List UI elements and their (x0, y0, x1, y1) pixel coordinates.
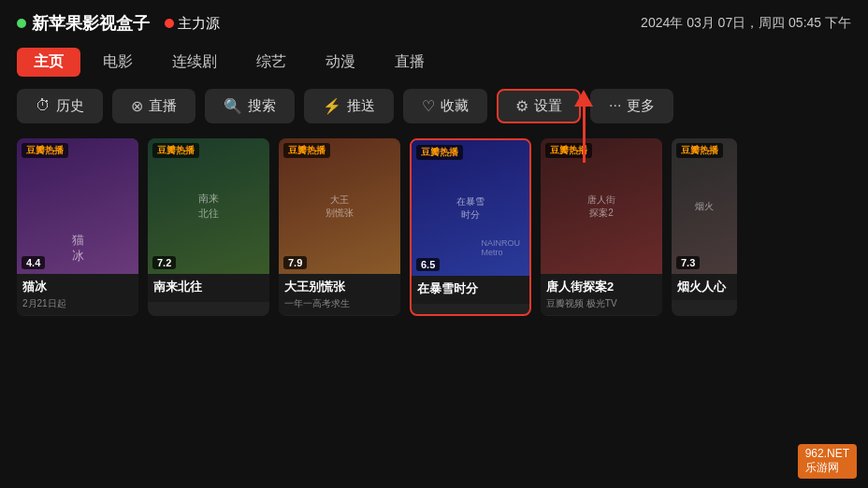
movie-poster-1: 猫冰 豆瓣热播 4.4 (17, 138, 138, 274)
movie-sub-5: 豆瓣视频 极光TV (546, 297, 657, 310)
movie-card-5[interactable]: 唐人街探案2 豆瓣热播 唐人街探案2 豆瓣视频 极光TV (541, 138, 662, 316)
live-icon: ⊗ (131, 97, 143, 115)
quick-actions: ⏱ 历史 ⊗ 直播 🔍 搜索 ⚡ 推送 ♡ 收藏 ⚙ 设置 ··· 更多 (0, 80, 868, 131)
hot-badge-1: 豆瓣热播 (22, 143, 68, 158)
movie-info-2: 南来北往 (148, 274, 269, 302)
rating-badge-1: 4.4 (22, 256, 45, 269)
btn-settings-label: 设置 (534, 97, 562, 115)
movie-poster-4: 在暴雪时分 NAINROUMetro 豆瓣热播 6.5 (412, 140, 529, 276)
movie-info-5: 唐人街探案2 豆瓣视频 极光TV (541, 274, 662, 315)
app-title-text: 新苹果影视盒子 (32, 12, 150, 35)
arrow-line (583, 107, 586, 163)
main-source[interactable]: 主力源 (165, 15, 220, 33)
movie-poster-3: 大王别慌张 豆瓣热播 7.9 (279, 138, 400, 274)
btn-search-label: 搜索 (248, 97, 276, 115)
header-datetime: 2024年 03月 07日，周四 05:45 下午 (641, 15, 851, 32)
status-dot-green (17, 19, 26, 28)
movie-title-2: 南来北往 (153, 279, 264, 295)
btn-live-label: 直播 (149, 97, 177, 115)
movie-info-6: 烟火人心 (672, 274, 737, 300)
movie-title-3: 大王别慌张 (284, 279, 395, 295)
btn-history[interactable]: ⏱ 历史 (17, 89, 103, 123)
btn-history-label: 历史 (56, 97, 84, 115)
movie-info-4: 在暴雪时分 (412, 276, 529, 304)
btn-push[interactable]: ⚡ 推送 (304, 89, 394, 123)
hot-badge-6: 豆瓣热播 (676, 143, 723, 158)
tab-movie[interactable]: 电影 (86, 48, 150, 77)
btn-live[interactable]: ⊗ 直播 (112, 89, 195, 123)
main-source-label: 主力源 (178, 15, 220, 33)
search-icon: 🔍 (224, 97, 242, 115)
arrow-head (574, 90, 593, 107)
poster-art-1: 猫冰 (17, 138, 138, 274)
movie-info-1: 猫冰 2月21日起 (17, 274, 138, 315)
status-dot-red (165, 19, 174, 28)
movie-card-6[interactable]: 烟火 豆瓣热播 7.3 烟火人心 (672, 138, 737, 316)
tab-live[interactable]: 直播 (378, 48, 441, 77)
history-icon: ⏱ (36, 97, 51, 114)
push-icon: ⚡ (323, 97, 341, 115)
rating-badge-2: 7.2 (152, 256, 176, 269)
btn-more-label: 更多 (627, 97, 655, 115)
movie-poster-2: 南来北往 豆瓣热播 7.2 (148, 138, 269, 274)
movie-poster-5: 唐人街探案2 豆瓣热播 (541, 138, 662, 274)
favorites-icon: ♡ (422, 97, 435, 115)
tab-series[interactable]: 连续剧 (155, 48, 234, 77)
app-title: 新苹果影视盒子 (17, 12, 150, 35)
nav-tabs: 主页 电影 连续剧 综艺 动漫 直播 (0, 43, 868, 80)
tab-home[interactable]: 主页 (17, 48, 80, 77)
hot-badge-2: 豆瓣热播 (152, 143, 199, 158)
movie-sub-3: 一年一高考求生 (284, 297, 395, 310)
tab-variety[interactable]: 综艺 (239, 48, 303, 77)
tab-anime[interactable]: 动漫 (309, 48, 372, 77)
btn-settings[interactable]: ⚙ 设置 (497, 89, 581, 123)
btn-search[interactable]: 🔍 搜索 (205, 89, 295, 123)
rating-badge-3: 7.9 (283, 256, 307, 269)
rating-badge-6: 7.3 (676, 256, 700, 269)
settings-icon: ⚙ (515, 97, 528, 115)
movie-card-4[interactable]: 在暴雪时分 NAINROUMetro 豆瓣热播 6.5 在暴雪时分 (410, 138, 531, 316)
movie-sub-1: 2月21日起 (22, 297, 133, 310)
hot-badge-3: 豆瓣热播 (283, 143, 330, 158)
hot-badge-4: 豆瓣热播 (416, 145, 463, 160)
btn-more[interactable]: ··· 更多 (590, 89, 673, 123)
movie-card-3[interactable]: 大王别慌张 豆瓣热播 7.9 大王别慌张 一年一高考求生 (279, 138, 400, 316)
rating-badge-4: 6.5 (416, 258, 440, 271)
movie-info-3: 大王别慌张 一年一高考求生 (279, 274, 400, 315)
movie-title-6: 烟火人心 (677, 279, 731, 295)
btn-favorites-label: 收藏 (441, 97, 469, 115)
btn-push-label: 推送 (347, 97, 375, 115)
movie-title-5: 唐人街探案2 (546, 279, 657, 295)
content-grid: 猫冰 豆瓣热播 4.4 猫冰 2月21日起 南来北往 豆瓣热播 7.2 南来北往 (0, 131, 868, 488)
btn-favorites[interactable]: ♡ 收藏 (403, 89, 487, 123)
watermark: 962.NET乐游网 (798, 444, 857, 479)
movie-poster-6: 烟火 豆瓣热播 7.3 (672, 138, 737, 274)
header-left: 新苹果影视盒子 主力源 (17, 12, 220, 35)
arrow-indicator (574, 90, 593, 163)
header: 新苹果影视盒子 主力源 2024年 03月 07日，周四 05:45 下午 (0, 0, 868, 43)
movie-title-1: 猫冰 (22, 279, 133, 295)
movie-card-2[interactable]: 南来北往 豆瓣热播 7.2 南来北往 (148, 138, 269, 316)
more-icon: ··· (609, 97, 621, 114)
movie-card-1[interactable]: 猫冰 豆瓣热播 4.4 猫冰 2月21日起 (17, 138, 138, 316)
movie-title-4: 在暴雪时分 (417, 280, 524, 297)
